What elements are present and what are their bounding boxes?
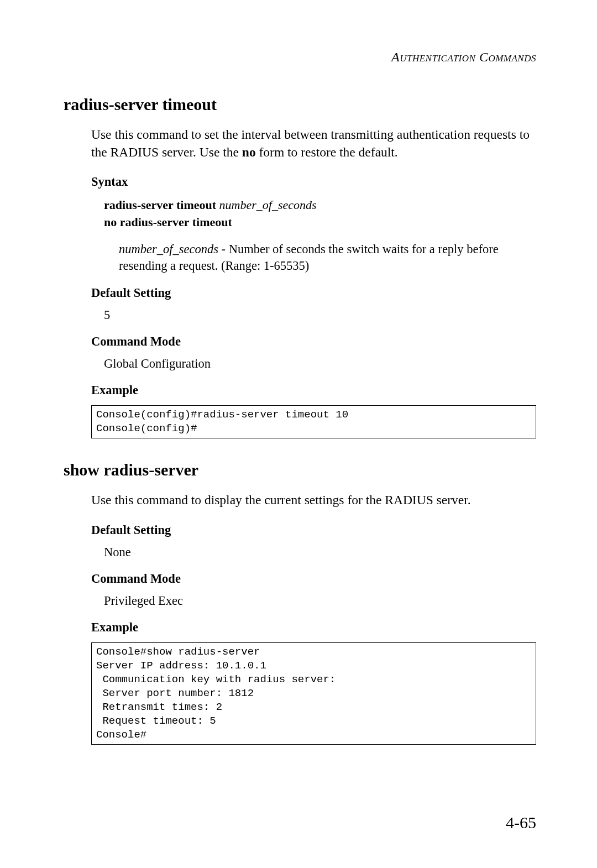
syntax-no-command: no radius-server timeout — [104, 215, 232, 229]
param-description: number_of_seconds - Number of seconds th… — [119, 241, 536, 275]
default-setting-heading: Default Setting — [91, 286, 536, 300]
param-name: number_of_seconds — [119, 242, 218, 256]
example-code-block-2: Console#show radius-server Server IP add… — [91, 642, 536, 745]
example-code-block-1: Console(config)#radius-server timeout 10… — [91, 405, 536, 438]
example-heading: Example — [91, 383, 536, 398]
example-heading-2: Example — [91, 620, 536, 635]
param-sep: - — [218, 242, 229, 256]
syntax-command: radius-server timeout — [104, 198, 219, 212]
running-header: Authentication Commands — [64, 50, 536, 65]
section-title-radius-server-timeout: radius-server timeout — [64, 95, 536, 114]
syntax-param: number_of_seconds — [219, 198, 317, 212]
syntax-block: radius-server timeout number_of_seconds … — [104, 197, 536, 231]
intro-paragraph: Use this command to set the interval bet… — [91, 126, 536, 161]
default-setting-value: 5 — [104, 308, 536, 322]
intro-text-after: form to restore the default. — [256, 145, 398, 159]
default-setting-value-2: None — [104, 545, 536, 560]
intro-paragraph-2: Use this command to display the current … — [91, 491, 536, 509]
default-setting-heading-2: Default Setting — [91, 523, 536, 537]
syntax-heading: Syntax — [91, 175, 536, 189]
intro-bold-no: no — [242, 145, 256, 159]
command-mode-value-2: Privileged Exec — [104, 594, 536, 608]
page-number: 4-65 — [506, 813, 536, 832]
command-mode-heading-2: Command Mode — [91, 572, 536, 586]
command-mode-heading: Command Mode — [91, 334, 536, 349]
section-title-show-radius-server: show radius-server — [64, 461, 536, 479]
command-mode-value: Global Configuration — [104, 357, 536, 371]
